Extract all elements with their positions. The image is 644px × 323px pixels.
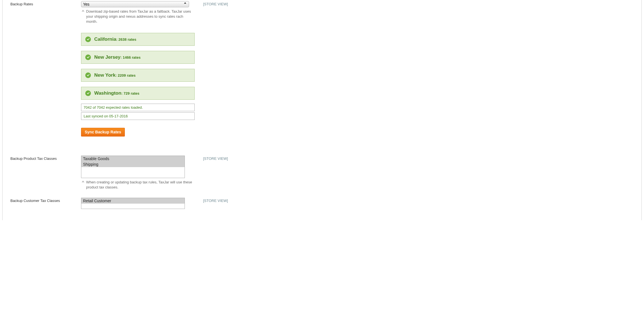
label-product-tax-classes: Backup Product Tax Classes (3, 156, 81, 161)
control-backup-rates: Yes Download zip-based rates from TaxJar… (81, 1, 195, 137)
control-customer-tax-classes: Retail Customer (81, 198, 195, 209)
scope-label: [STORE VIEW] (195, 1, 228, 6)
sync-backup-rates-button[interactable]: Sync Backup Rates (81, 128, 125, 137)
scope-label: [STORE VIEW] (195, 156, 228, 161)
check-circle-icon (85, 72, 91, 78)
label-customer-tax-classes: Backup Customer Tax Classes (3, 198, 81, 203)
rate-state-text: New Jersey: 1466 rates (94, 54, 141, 60)
rate-card: Washington: 729 rates (81, 87, 195, 100)
backup-rates-note: Download zip-based rates from TaxJar as … (86, 9, 191, 24)
multiselect-option[interactable]: Retail Customer (81, 198, 185, 204)
rate-state-text: California: 2638 rates (94, 37, 136, 42)
backup-rates-select[interactable]: Yes (81, 1, 189, 7)
check-circle-icon (85, 54, 91, 60)
scope-label: [STORE VIEW] (195, 198, 228, 203)
last-synced-line: Last synced on 05-17-2016 (81, 112, 195, 120)
rate-state-text: New York: 2209 rates (94, 72, 135, 78)
rate-card: New York: 2209 rates (81, 69, 195, 82)
row-backup-rates: Backup Rates Yes Download zip-based rate… (3, 0, 641, 138)
backup-rates-note-container: Download zip-based rates from TaxJar as … (81, 7, 195, 24)
multiselect-option[interactable]: Taxable Goods (81, 156, 185, 162)
product-tax-classes-multiselect[interactable]: Taxable GoodsShipping (81, 156, 185, 178)
rate-card: California: 2638 rates (81, 33, 195, 46)
row-customer-tax-classes: Backup Customer Tax Classes Retail Custo… (3, 197, 641, 210)
product-tax-classes-note: When creating or updating backup tax rul… (86, 180, 192, 189)
backup-rates-select-wrap: Yes (81, 1, 189, 7)
rates-loaded-line: 7042 of 7042 expected rates loaded. (81, 104, 195, 111)
check-circle-icon (85, 37, 91, 42)
control-product-tax-classes: Taxable GoodsShipping When creating or u… (81, 156, 195, 190)
triangle-up-icon (82, 10, 84, 12)
row-product-tax-classes: Backup Product Tax Classes Taxable Goods… (3, 154, 641, 191)
product-tax-classes-note-container: When creating or updating backup tax rul… (81, 178, 195, 190)
label-backup-rates: Backup Rates (3, 1, 81, 6)
rate-state-text: Washington: 729 rates (94, 90, 139, 96)
check-circle-icon (85, 90, 91, 96)
customer-tax-classes-multiselect[interactable]: Retail Customer (81, 198, 185, 209)
multiselect-option[interactable]: Shipping (81, 162, 185, 167)
triangle-up-icon (82, 181, 84, 182)
rate-card: New Jersey: 1466 rates (81, 51, 195, 64)
